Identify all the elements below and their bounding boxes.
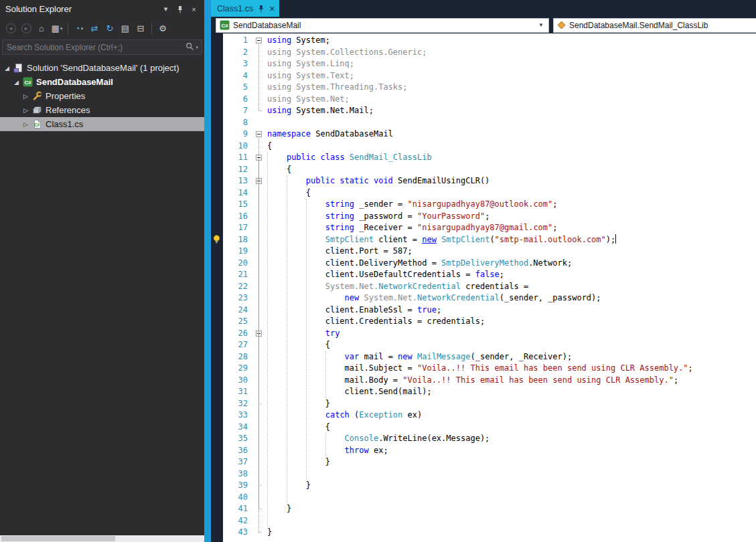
chevron-down-icon: ▼ — [538, 22, 545, 28]
refresh-button[interactable]: ↻ — [102, 21, 117, 36]
line-number: 25 — [223, 316, 248, 328]
lightbulb-icon[interactable] — [212, 235, 221, 244]
indent-guide — [325, 433, 326, 456]
line-number: 15 — [223, 199, 248, 211]
code-line: using System.Net.Mail; — [267, 105, 756, 117]
line-number: 30 — [223, 375, 248, 387]
search-input[interactable] — [3, 43, 182, 52]
fold-toggle[interactable] — [256, 131, 262, 137]
line-number-gutter: 1234567891011121314151617181920212223242… — [223, 33, 254, 542]
line-number: 39 — [223, 480, 248, 492]
line-number: 18 — [223, 234, 248, 246]
scrollbar-thumb[interactable] — [1, 536, 115, 541]
line-number: 26 — [223, 328, 248, 340]
line-number: 14 — [223, 187, 248, 199]
tree-item-label: SendDatabaseMail — [34, 77, 113, 87]
fold-guide-line — [258, 337, 259, 403]
fold-toggle[interactable] — [256, 37, 262, 43]
collapse-arrow-icon[interactable]: ▷ — [21, 93, 30, 100]
tab-class1-cs[interactable]: Class1.cs × — [211, 0, 279, 17]
close-tab-icon[interactable]: × — [269, 4, 275, 13]
line-number: 41 — [223, 503, 248, 515]
pending-changes-filter-button[interactable]: ◔▾ — [72, 21, 86, 36]
tree-item-references[interactable]: ▷References — [0, 103, 204, 117]
toolbar-separator — [151, 23, 152, 34]
solution-explorer-tree: ◢Solution 'SendDatabaseMail' (1 project)… — [0, 61, 204, 131]
collapse-arrow-icon[interactable]: ▷ — [21, 107, 30, 114]
line-number: 43 — [223, 527, 248, 539]
svg-text:C#: C# — [221, 23, 228, 29]
collapse-arrow-icon[interactable]: ▷ — [21, 121, 30, 128]
window-position-button[interactable]: ▾ — [159, 3, 172, 15]
tab-bar: Class1.cs × — [211, 0, 756, 17]
tree-item-class1-cs[interactable]: ▷C#Class1.cs — [0, 117, 204, 131]
class-icon — [557, 21, 566, 29]
tab-label: Class1.cs — [217, 4, 253, 13]
code-area[interactable]: using System;using System.Collections.Ge… — [265, 33, 756, 542]
code-line: } — [267, 503, 756, 515]
line-number: 34 — [223, 422, 248, 434]
line-number: 20 — [223, 258, 248, 270]
code-line: string _Receiver = "nisargupadhyay87@gma… — [267, 222, 756, 234]
code-line: mail.Body = "Voila..!! This email has be… — [267, 375, 756, 387]
code-line: catch (Exception ex) — [267, 410, 756, 422]
line-number: 35 — [223, 433, 248, 445]
switch-views-button[interactable]: ▦▾ — [50, 21, 64, 36]
line-number: 37 — [223, 456, 248, 468]
code-line: string _password = "YourPassword"; — [267, 211, 756, 223]
solution-explorer-titlebar[interactable]: Solution Explorer ▾× — [0, 0, 204, 18]
show-all-files-button[interactable]: ▤ — [118, 21, 133, 36]
glyph-margin[interactable] — [211, 33, 223, 542]
line-number: 12 — [223, 164, 248, 176]
code-line: client.Port = 587; — [267, 246, 756, 258]
expand-arrow-icon[interactable]: ◢ — [3, 65, 11, 72]
close-button[interactable]: × — [187, 3, 200, 15]
pin-button[interactable] — [173, 3, 186, 15]
line-number: 31 — [223, 386, 248, 398]
line-number: 33 — [223, 410, 248, 422]
home-button[interactable]: ⌂ — [34, 21, 49, 36]
outlining-margin[interactable] — [254, 33, 265, 542]
csharp-file-icon: C# — [30, 119, 44, 130]
code-line: client.UseDefaultCredentials = false; — [267, 269, 756, 281]
fold-guide-line — [258, 185, 259, 485]
code-line: using System.Collections.Generic; — [267, 47, 756, 59]
tree-item-senddatabasemail[interactable]: ◢C#SendDatabaseMail — [0, 75, 204, 89]
solution-explorer-panel: Solution Explorer ▾× ◄►⌂▦▾◔▾⇄↻▤⊟⚙ ▾ ◢Sol… — [0, 0, 204, 542]
line-number: 8 — [223, 117, 248, 129]
toolbar-separator — [68, 23, 68, 34]
project-dropdown[interactable]: C# SendDatabaseMail ▼ — [216, 18, 549, 33]
code-line: mail.Subject = "Voila..!! This email has… — [267, 363, 756, 375]
code-line: var mail = new MailMessage(_sender, _Rec… — [267, 351, 756, 363]
solution-icon — [11, 63, 25, 74]
properties-button[interactable]: ⚙ — [155, 21, 170, 36]
line-number: 22 — [223, 281, 248, 293]
panel-splitter[interactable] — [204, 0, 211, 542]
line-number: 4 — [223, 70, 248, 82]
search-box: ▾ — [2, 39, 202, 55]
member-dropdown[interactable]: SendDatabaseMail.SendMail_ClassLib — [553, 18, 756, 33]
code-line: } — [267, 480, 756, 492]
code-line: using System.Linq; — [267, 58, 756, 70]
line-number: 29 — [223, 363, 248, 375]
indent-guide — [325, 351, 326, 398]
solution-explorer-horizontal-scrollbar[interactable] — [0, 535, 204, 542]
tree-item-label: Properties — [44, 91, 85, 101]
indent-guide — [287, 175, 287, 503]
tree-item-label: References — [44, 105, 90, 115]
line-number: 17 — [223, 222, 248, 234]
tree-item-properties[interactable]: ▷Properties — [0, 89, 204, 103]
navigation-bar: C# SendDatabaseMail ▼ SendDatabaseMail.S… — [211, 17, 756, 33]
code-line: new System.Net.NetworkCredential(_sender… — [267, 292, 756, 304]
collapse-all-button[interactable]: ⊟ — [133, 21, 148, 36]
tree-item-solution[interactable]: ◢Solution 'SendDatabaseMail' (1 project) — [0, 61, 204, 75]
expand-arrow-icon[interactable]: ◢ — [12, 79, 21, 86]
line-number: 9 — [223, 128, 248, 141]
forward-button[interactable]: ► — [19, 21, 33, 36]
pin-tab-icon[interactable] — [258, 5, 264, 13]
search-icon[interactable]: ▾ — [182, 41, 202, 54]
sync-with-active-document-button[interactable]: ⇄ — [87, 21, 102, 36]
fold-guide-end — [258, 509, 262, 509]
back-button[interactable]: ◄ — [3, 21, 18, 36]
line-number: 11 — [223, 152, 248, 164]
